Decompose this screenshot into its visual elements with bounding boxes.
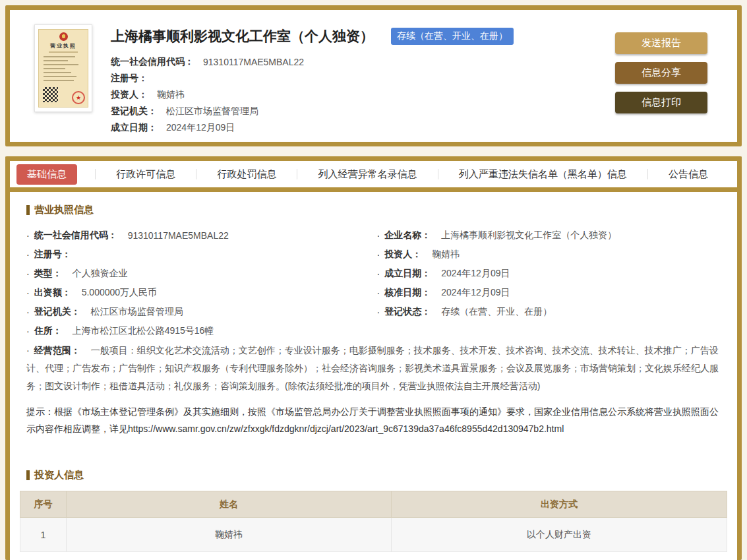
license-title: 营业执照 bbox=[39, 42, 88, 49]
field-approval-date: · 核准日期： 2024年12月09日 bbox=[377, 283, 728, 302]
national-emblem-icon bbox=[59, 32, 68, 41]
company-name: 上海橘事顺利影视文化工作室（个人独资） bbox=[111, 27, 374, 46]
business-license-image[interactable]: 营业执照 bbox=[34, 24, 92, 112]
tab-basic-info[interactable]: 基础信息 bbox=[16, 164, 77, 185]
header-field-established: 成立日期： 2024年12月09日 bbox=[111, 119, 602, 136]
field-capital: · 出资额： 5.000000万人民币 bbox=[26, 283, 377, 302]
investor-index-cell: 1 bbox=[20, 518, 67, 552]
field-business-scope: ·经营范围：一般项目：组织文化艺术交流活动；文艺创作；专业设计服务；电影摄制服务… bbox=[20, 342, 727, 395]
header-buttons: 发送报告 信息分享 信息打印 bbox=[615, 32, 707, 142]
tab-divider bbox=[647, 169, 648, 179]
status-badge: 存续（在营、开业、在册） bbox=[391, 28, 514, 45]
field-credit-code: · 统一社会信用代码： 91310117MAE5MBAL22 bbox=[26, 226, 377, 245]
header-field-reg-number: 注册号： bbox=[111, 70, 602, 86]
field-address: · 住所： 上海市松江区北松公路4915号16幢 bbox=[20, 321, 727, 340]
column-header-index: 序号 bbox=[20, 491, 67, 518]
field-reg-number: · 注册号： bbox=[26, 245, 377, 264]
license-paper: 营业执照 bbox=[38, 29, 88, 108]
investor-section-title: 投资人信息 bbox=[26, 469, 727, 482]
license-fields-right-column: · 企业名称： 上海橘事顺利影视文化工作室（个人独资） · 投资人： 鞠婧祎 ·… bbox=[377, 226, 728, 321]
investor-contribution-cell: 以个人财产出资 bbox=[392, 518, 727, 552]
detail-card: 基础信息 行政许可信息 行政处罚信息 列入经营异常名录信息 列入严重违法失信名单… bbox=[5, 156, 742, 560]
enterprise-credit-page: 营业执照 上海橘事顺利影视文化工作室（个人独资） 存续（在营、开业、在册） bbox=[0, 0, 747, 560]
license-text-lines bbox=[39, 56, 88, 81]
license-fields-left-column: · 统一社会信用代码： 91310117MAE5MBAL22 · 注册号： · … bbox=[26, 226, 377, 321]
field-registration-status: · 登记状态： 存续（在营、开业、在册） bbox=[377, 302, 728, 321]
tab-blacklist[interactable]: 列入严重违法失信名单（黑名单）信息 bbox=[456, 164, 630, 185]
tab-announcements[interactable]: 公告信息 bbox=[666, 164, 711, 185]
send-report-button[interactable]: 发送报告 bbox=[615, 32, 707, 54]
header-field-credit-code: 统一社会信用代码： 91310117MAE5MBAL22 bbox=[111, 53, 602, 70]
investor-table-header-row: 序号 姓名 出资方式 bbox=[20, 491, 727, 518]
info-share-button[interactable]: 信息分享 bbox=[615, 62, 707, 84]
license-info-section-title: 营业执照信息 bbox=[26, 204, 727, 216]
basic-info-content: 营业执照信息 · 统一社会信用代码： 91310117MAE5MBAL22 · … bbox=[10, 192, 737, 560]
field-company-name: · 企业名称： 上海橘事顺利影视文化工作室（个人独资） bbox=[377, 226, 728, 245]
header-field-registry: 登记机关： 松江区市场监督管理局 bbox=[111, 103, 602, 119]
section-marker-bar bbox=[26, 470, 30, 480]
qr-code-icon bbox=[43, 87, 58, 102]
field-investor: · 投资人： 鞠婧祎 bbox=[377, 245, 728, 264]
tab-admin-license[interactable]: 行政许可信息 bbox=[113, 164, 178, 185]
tab-bar: 基础信息 行政许可信息 行政处罚信息 列入经营异常名录信息 列入严重违法失信名单… bbox=[10, 161, 737, 192]
tab-divider bbox=[95, 169, 96, 179]
info-print-button[interactable]: 信息打印 bbox=[615, 92, 707, 113]
company-header-card: 营业执照 上海橘事顺利影视文化工作室（个人独资） 存续（在营、开业、在册） bbox=[5, 5, 742, 146]
section-marker-bar bbox=[26, 205, 30, 215]
tab-divider bbox=[438, 169, 438, 179]
investor-table: 序号 姓名 出资方式 1 鞠婧祎 以个人财产出资 bbox=[20, 491, 727, 552]
tab-divider bbox=[297, 169, 297, 179]
field-type: · 类型： 个人独资企业 bbox=[26, 264, 377, 283]
license-subtitle-line bbox=[49, 51, 78, 53]
red-seal-icon bbox=[72, 91, 85, 104]
tab-abnormal-operations[interactable]: 列入经营异常名录信息 bbox=[316, 164, 420, 185]
tab-divider bbox=[196, 169, 196, 179]
column-header-name: 姓名 bbox=[67, 491, 392, 518]
field-established-date: · 成立日期： 2024年12月09日 bbox=[377, 264, 728, 283]
column-header-contribution: 出资方式 bbox=[392, 491, 727, 518]
license-fields-grid: · 统一社会信用代码： 91310117MAE5MBAL22 · 注册号： · … bbox=[20, 226, 727, 321]
header-field-investor: 投资人： 鞠婧祎 bbox=[111, 86, 602, 103]
field-registry: · 登记机关： 松江区市场监督管理局 bbox=[26, 302, 377, 321]
header-fields: 统一社会信用代码： 91310117MAE5MBAL22 注册号： 投资人： 鞠… bbox=[111, 53, 602, 136]
table-row: 1 鞠婧祎 以个人财产出资 bbox=[20, 518, 727, 552]
license-adjustment-notice: 提示：根据《市场主体登记管理条例》及其实施细则，按照《市场监管总局办公厅关于调整… bbox=[20, 403, 727, 437]
tab-admin-penalty[interactable]: 行政处罚信息 bbox=[214, 164, 279, 185]
investor-section: 投资人信息 序号 姓名 出资方式 1 鞠婧祎 bbox=[20, 469, 727, 552]
investor-name-cell: 鞠婧祎 bbox=[67, 518, 392, 552]
